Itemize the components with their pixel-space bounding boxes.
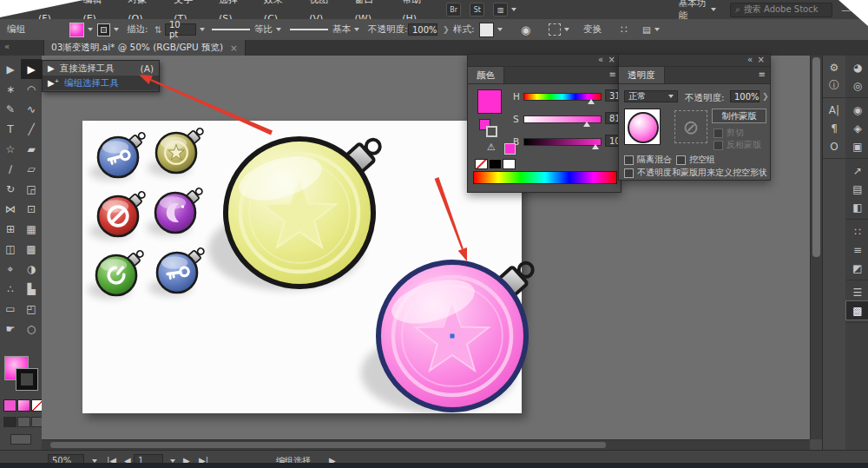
chevron-down-icon[interactable]	[497, 28, 503, 31]
magic-wand-tool-icon[interactable]: ∗	[0, 79, 21, 99]
artboards-panel-icon[interactable]: ◧	[846, 198, 868, 216]
libraries-panel-icon[interactable]: ◎	[846, 76, 868, 95]
collapse-panel-icon[interactable]: «	[598, 55, 603, 65]
chevron-down-icon[interactable]	[170, 459, 175, 463]
direct-selection-tool-icon[interactable]: ▶	[21, 59, 42, 79]
stroke-panel-icon[interactable]: ☰	[846, 283, 868, 301]
width-profile-dropdown[interactable]: 等比	[212, 19, 281, 40]
blend-tool-icon[interactable]: ◑	[21, 259, 42, 279]
ornament-star-gold[interactable]	[148, 126, 206, 176]
H-slider-thumb[interactable]	[588, 99, 595, 104]
fill-color-swatch[interactable]	[69, 23, 84, 37]
flyout-item-direct-selection[interactable]: ▶ 直接选择工具 (A)	[43, 61, 159, 76]
gradient-button[interactable]	[17, 399, 30, 412]
brushes-panel-icon[interactable]: ◈	[846, 119, 868, 137]
isolate-blending-checkbox[interactable]: 隔离混合	[624, 154, 672, 166]
type-tool-icon[interactable]: T	[0, 119, 21, 139]
eyedropper-tool-icon[interactable]: ⌖	[0, 259, 21, 279]
chevron-down-icon[interactable]	[564, 28, 569, 31]
align-box-icon[interactable]	[549, 23, 561, 36]
hand-tool-icon[interactable]: ☛	[0, 319, 21, 339]
opacity-input[interactable]: 100%	[408, 23, 437, 36]
draw-behind-button[interactable]	[17, 417, 30, 427]
screen-mode-button[interactable]	[10, 434, 31, 445]
symbol-sprayer-tool-icon[interactable]: ∴	[0, 279, 21, 299]
arrange-icon[interactable]: ▤	[642, 24, 651, 35]
tab-transparency[interactable]: 透明度	[619, 67, 665, 83]
pathfinder-panel-icon[interactable]: ◩	[846, 259, 868, 277]
slice-tool-icon[interactable]: ◰	[21, 299, 42, 319]
color-spectrum-bar[interactable]	[473, 171, 617, 184]
panel-menu-icon[interactable]: ≡	[609, 69, 616, 79]
collapse-panel-icon[interactable]: «	[747, 55, 753, 65]
zoom-tool-icon[interactable]: ○	[21, 319, 42, 339]
bridge-icon[interactable]: Br	[446, 3, 461, 16]
arrange-documents-icon[interactable]: ▥	[493, 3, 508, 16]
mask-thumbnail-placeholder[interactable]: ⊘	[674, 110, 707, 143]
cc-libraries-panel-icon[interactable]: ◉	[846, 101, 868, 119]
opacity-more-arrow[interactable]: ❯	[762, 92, 769, 101]
symbols-panel-icon[interactable]: ▣	[846, 137, 868, 155]
black-swatch[interactable]	[489, 159, 502, 169]
info-panel-icon[interactable]: ⓘ	[823, 76, 845, 95]
export-panel-icon[interactable]: ↗	[846, 161, 868, 180]
object-thumbnail[interactable]	[624, 109, 661, 145]
tab-collapse-icon[interactable]: «	[4, 42, 10, 51]
shape-builder-tool-icon[interactable]: ◫	[0, 239, 21, 259]
blend-mode-dropdown[interactable]: 正常	[624, 90, 678, 102]
B-slider[interactable]	[523, 138, 602, 146]
B-slider-thumb[interactable]	[592, 144, 599, 149]
stroke-stepper[interactable]: ⇅	[155, 19, 162, 40]
transform-label[interactable]: 变换	[583, 19, 602, 40]
make-mask-button[interactable]: 制作蒙版	[712, 109, 766, 123]
selection-tool-icon[interactable]: ▶	[0, 59, 21, 79]
chevron-down-icon[interactable]	[88, 28, 93, 31]
anchor-point[interactable]	[450, 334, 455, 339]
perspective-grid-tool-icon[interactable]: ⊞	[0, 219, 21, 239]
stock-icon[interactable]: St	[470, 3, 484, 16]
H-slider[interactable]	[523, 93, 602, 101]
pen-tool-icon[interactable]: ✎	[0, 99, 21, 119]
vertical-scrollbar[interactable]	[810, 56, 823, 439]
mini-stroke-indicator[interactable]	[486, 126, 497, 137]
style-swatch[interactable]	[479, 23, 494, 37]
white-swatch[interactable]	[503, 159, 516, 169]
close-tab-icon[interactable]: ×	[230, 43, 238, 53]
brush-definition-dropdown[interactable]: 基本	[290, 19, 359, 40]
width-tool-icon[interactable]: ⋈	[0, 199, 21, 219]
mesh-tool-icon[interactable]: ▦	[21, 219, 42, 239]
character-panel-icon[interactable]: A|	[823, 101, 845, 119]
opacity-input[interactable]: 100%	[730, 90, 760, 102]
vertical-scrollbar-thumb[interactable]	[812, 57, 820, 257]
gradient-panel-icon[interactable]: ▩	[846, 301, 868, 320]
shape-tool-icon[interactable]: ☆	[0, 139, 21, 159]
swatches-panel-icon[interactable]: ◕	[846, 58, 868, 76]
align-icons[interactable]: ∷	[621, 19, 628, 40]
close-panel-icon[interactable]: ×	[608, 55, 615, 65]
recolor-artwork-icon[interactable]: ◉	[521, 19, 530, 40]
gamut-warning-icon[interactable]: ⚠	[487, 142, 496, 153]
free-transform-tool-icon[interactable]: ⊡	[21, 199, 42, 219]
transform-panel-icon[interactable]: ∷	[846, 222, 868, 241]
opentype-panel-icon[interactable]: O	[823, 137, 845, 155]
ornament-yellow-star[interactable]	[208, 134, 386, 291]
flyout-item-group-selection[interactable]: ▶⁺ 编组选择工具	[43, 76, 159, 90]
ornament-key-blue-2[interactable]	[148, 246, 207, 296]
paintbrush-tool-icon[interactable]: ▰	[21, 139, 42, 159]
chevron-down-icon[interactable]	[200, 28, 205, 31]
panel-menu-icon[interactable]: ≡	[759, 69, 766, 79]
ornament-pink-star[interactable]	[361, 257, 539, 414]
chevron-down-icon[interactable]	[114, 28, 119, 31]
current-color-swatch[interactable]	[477, 89, 502, 114]
rotate-tool-icon[interactable]: ↻	[0, 179, 21, 199]
line-segment-tool-icon[interactable]: ╱	[21, 119, 42, 139]
S-slider-thumb[interactable]	[583, 122, 590, 127]
ornament-ban-red[interactable]	[89, 189, 148, 240]
chevron-down-icon[interactable]	[654, 28, 660, 31]
knockout-group-checkbox[interactable]: 挖空组	[676, 154, 715, 166]
close-panel-icon[interactable]: ×	[758, 55, 765, 65]
none-swatch[interactable]	[475, 159, 488, 169]
align-panel-icon[interactable]: ≡	[846, 241, 868, 259]
eraser-tool-icon[interactable]: ▱	[21, 159, 42, 179]
stock-search-input[interactable]: ⌕ 搜索 Adobe Stock	[730, 3, 832, 17]
